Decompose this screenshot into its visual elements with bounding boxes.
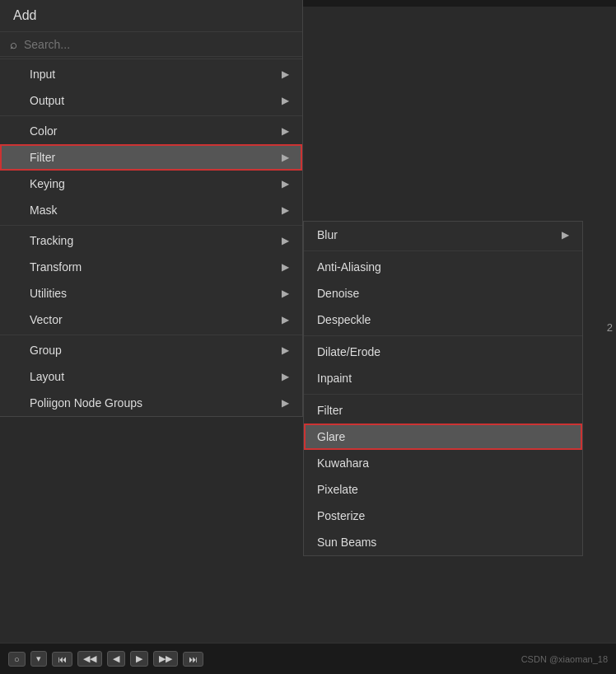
menu-item-input-label: Input	[30, 68, 55, 81]
right-number: 2	[607, 321, 613, 334]
prev-start-button[interactable]: ⏮	[52, 652, 72, 667]
main-menu: Add ⌕ Input ▶ Output ▶ Color ▶ Filter ▶ …	[0, 0, 303, 417]
search-icon: ⌕	[10, 37, 17, 51]
submenu-blur-label: Blur	[317, 228, 338, 241]
submenu-item-inpaint[interactable]: Inpaint	[304, 365, 582, 391]
menu-item-tracking[interactable]: Tracking ▶	[0, 227, 302, 254]
submenu-divider-3	[304, 394, 582, 395]
arrow-icon: ▶	[282, 288, 289, 299]
credit-text: CSDN @xiaoman_18	[521, 654, 608, 664]
arrow-icon: ▶	[282, 152, 289, 163]
submenu-divider-2	[304, 335, 582, 336]
submenu-item-glare[interactable]: Glare Add a node to the a...	[304, 424, 582, 450]
arrow-icon: ▶	[282, 95, 289, 106]
menu-item-keying[interactable]: Keying ▶	[0, 171, 302, 197]
submenu-item-filter[interactable]: Filter	[304, 397, 582, 424]
submenu-item-despeckle[interactable]: Despeckle	[304, 307, 582, 333]
menu-item-keying-label: Keying	[30, 177, 65, 190]
circle-button[interactable]: ○	[8, 652, 26, 667]
playback-controls: ○ ▾ ⏮ ◀◀ ◀ ▶ ▶▶ ⏭	[8, 651, 203, 667]
divider-1	[0, 59, 302, 59]
search-input[interactable]	[24, 38, 292, 51]
menu-item-tracking-label: Tracking	[30, 234, 73, 247]
submenu-posterize-label: Posterize	[317, 509, 365, 522]
submenu-item-dilate-erode[interactable]: Dilate/Erode	[304, 339, 582, 365]
filter-submenu: Blur ▶ Anti-Aliasing Denoise Despeckle D…	[303, 221, 583, 556]
submenu-denoise-label: Denoise	[317, 287, 359, 300]
arrow-icon: ▶	[282, 178, 289, 190]
bottom-bar: ○ ▾ ⏮ ◀◀ ◀ ▶ ▶▶ ⏭ CSDN @xiaoman_18	[0, 643, 616, 674]
prev-key-button[interactable]: ◀◀	[77, 651, 102, 667]
submenu-dilate-erode-label: Dilate/Erode	[317, 345, 380, 358]
arrow-icon: ▶	[282, 125, 289, 137]
submenu-anti-aliasing-label: Anti-Aliasing	[317, 260, 381, 274]
arrow-icon: ▶	[282, 68, 289, 80]
menu-item-transform-label: Transform	[30, 260, 82, 274]
arrow-icon: ▶	[282, 397, 289, 409]
arrow-icon: ▶	[282, 314, 289, 325]
submenu-item-blur[interactable]: Blur ▶	[304, 222, 582, 248]
menu-item-layout-label: Layout	[30, 370, 64, 383]
menu-item-output[interactable]: Output ▶	[0, 87, 302, 114]
submenu-pixelate-label: Pixelate	[317, 483, 358, 496]
submenu-despeckle-label: Despeckle	[317, 313, 371, 326]
menu-item-group[interactable]: Group ▶	[0, 337, 302, 363]
play-button[interactable]: ▶	[130, 651, 148, 667]
arrow-icon: ▶	[282, 371, 289, 382]
submenu-item-pixelate[interactable]: Pixelate	[304, 476, 582, 503]
menu-item-vector-label: Vector	[30, 313, 63, 326]
menu-item-vector[interactable]: Vector ▶	[0, 307, 302, 333]
menu-item-color[interactable]: Color ▶	[0, 118, 302, 144]
submenu-item-sun-beams[interactable]: Sun Beams	[304, 529, 582, 555]
menu-item-utilities-label: Utilities	[30, 287, 67, 300]
menu-item-filter[interactable]: Filter ▶	[0, 144, 302, 171]
menu-item-layout[interactable]: Layout ▶	[0, 363, 302, 390]
menu-item-poliigon-label: Poliigon Node Groups	[30, 396, 142, 410]
divider-3	[0, 225, 302, 226]
menu-item-mask-label: Mask	[30, 204, 57, 217]
divider-4	[0, 335, 302, 335]
arrow-icon: ▶	[282, 204, 289, 216]
search-bar[interactable]: ⌕	[0, 32, 302, 57]
submenu-sun-beams-label: Sun Beams	[317, 536, 376, 549]
menu-header: Add	[0, 0, 302, 32]
submenu-item-kuwahara[interactable]: Kuwahara	[304, 450, 582, 476]
arrow-icon: ▶	[562, 229, 569, 241]
arrow-icon: ▶	[282, 235, 289, 246]
menu-item-utilities[interactable]: Utilities ▶	[0, 280, 302, 307]
prev-button[interactable]: ◀	[107, 651, 125, 667]
next-key-button[interactable]: ▶▶	[153, 651, 178, 667]
menu-item-transform[interactable]: Transform ▶	[0, 254, 302, 280]
submenu-glare-label: Glare	[317, 430, 345, 443]
submenu-filter-label: Filter	[317, 404, 343, 417]
submenu-divider-1	[304, 250, 582, 251]
submenu-kuwahara-label: Kuwahara	[317, 456, 369, 470]
dropdown-button[interactable]: ▾	[30, 651, 47, 667]
menu-item-input[interactable]: Input ▶	[0, 61, 302, 87]
submenu-item-posterize[interactable]: Posterize	[304, 503, 582, 529]
arrow-icon: ▶	[282, 261, 289, 273]
menu-item-filter-label: Filter	[30, 151, 55, 164]
next-end-button[interactable]: ⏭	[183, 652, 203, 667]
divider-2	[0, 115, 302, 116]
submenu-item-denoise[interactable]: Denoise	[304, 280, 582, 307]
submenu-inpaint-label: Inpaint	[317, 372, 352, 385]
menu-item-output-label: Output	[30, 94, 64, 107]
submenu-item-anti-aliasing[interactable]: Anti-Aliasing	[304, 254, 582, 280]
menu-item-poliigon[interactable]: Poliigon Node Groups ▶	[0, 390, 302, 416]
menu-item-group-label: Group	[30, 344, 62, 357]
menu-item-mask[interactable]: Mask ▶	[0, 197, 302, 223]
menu-item-color-label: Color	[30, 124, 57, 138]
arrow-icon: ▶	[282, 344, 289, 356]
